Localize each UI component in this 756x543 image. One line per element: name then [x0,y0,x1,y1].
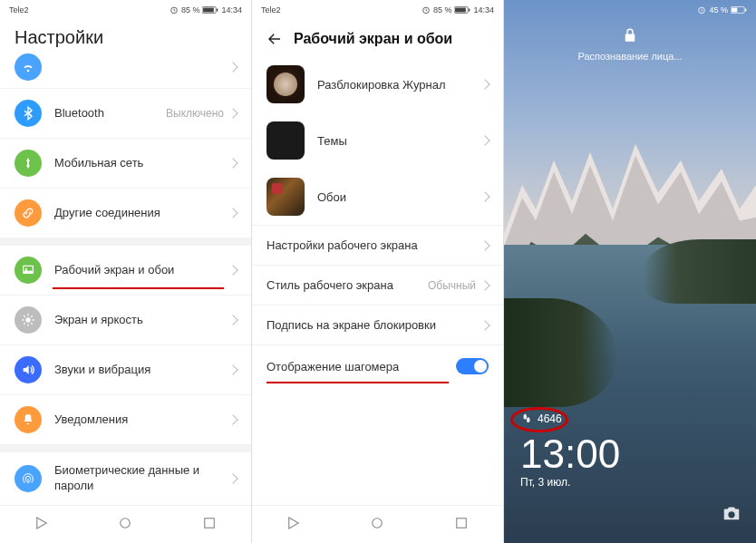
page-title: Рабочий экран и обои [294,31,452,47]
lock-status: Распознавание лица... [504,27,756,62]
row-label: Экран и яркость [54,313,229,328]
battery-icon [731,5,747,15]
sound-icon [15,356,42,383]
svg-rect-2 [204,8,215,13]
status-right: 85 % 14:34 [422,5,494,15]
row-label: Рабочий экран и обои [54,263,229,278]
nav-recents[interactable] [201,515,218,535]
header: Рабочий экран и обои [252,20,503,56]
nav-home[interactable] [117,515,133,535]
nav-back[interactable] [286,515,302,535]
status-bar: 45 % [504,0,756,20]
settings-row-bluetooth[interactable]: Bluetooth Выключено [0,89,251,139]
fingerprint-icon [15,465,42,492]
row-label: Темы [317,134,481,148]
row-label: Звуки и вибрация [54,363,229,378]
svg-rect-16 [456,8,467,13]
highlight-underline [267,382,449,383]
row-label: Настройки рабочего экрана [267,238,481,252]
homescreen-settings-panel: Tele2 85 % 14:34 Рабочий экран и обои Ра… [252,0,504,543]
nav-recents[interactable] [453,515,470,535]
row-themes[interactable]: Темы [252,112,503,169]
thumbnail-wallpaper [267,178,305,216]
connections-icon [15,199,42,227]
row-lockscreen-signature[interactable]: Подпись на экране блокировки [252,305,503,345]
svg-rect-19 [457,518,467,528]
chevron-right-icon [228,62,237,72]
chevron-right-icon [228,265,237,275]
settings-panel: Tele2 85 % 14:34 Настройки Bluetooth Вык… [0,0,252,543]
row-label: Bluetooth [54,106,166,121]
options-list: Разблокировка Журнал Темы Обои Настройки… [252,56,503,505]
face-recognition-label: Распознавание лица... [504,51,756,62]
row-home-settings[interactable]: Настройки рабочего экрана [252,226,503,266]
chevron-right-icon [228,108,237,118]
svg-rect-3 [217,9,218,12]
row-label: Обои [317,190,481,204]
chevron-right-icon [228,208,237,218]
row-home-style[interactable]: Стиль рабочего экрана Обычный [252,266,503,305]
bluetooth-icon [15,100,42,127]
svg-rect-23 [745,9,746,12]
settings-row-homescreen[interactable]: Рабочий экран и обои [0,238,251,296]
svg-rect-17 [469,9,470,12]
chevron-right-icon [228,315,237,325]
highlight-underline [53,287,224,289]
row-label: Биометрические данные и пароли [54,463,229,494]
chevron-right-icon [480,320,489,330]
battery-label: 85 % [433,5,452,15]
chevron-right-icon [480,191,489,201]
settings-row-display[interactable]: Экран и яркость [0,296,251,345]
battery-icon [454,5,470,15]
svg-point-18 [373,518,383,528]
time-label: 14:34 [473,5,494,15]
row-label: Другие соединения [54,206,229,221]
step-counter-toggle[interactable] [456,358,489,374]
nav-bar [0,505,251,543]
display-icon [15,306,42,334]
svg-rect-13 [205,518,215,528]
settings-row-notifications[interactable]: Уведомления [0,395,251,445]
mobile-network-icon [15,150,42,177]
settings-row-connections[interactable]: Другие соединения [0,189,251,238]
chevron-right-icon [480,280,489,290]
chevron-right-icon [228,364,237,374]
alarm-icon [170,5,179,15]
row-value: Обычный [428,279,476,292]
settings-row-mobile[interactable]: Мобильная сеть [0,139,251,189]
chevron-right-icon [480,240,489,250]
settings-row-truncated[interactable] [0,53,251,89]
settings-row-biometrics[interactable]: Биометрические данные и пароли [0,445,251,505]
chevron-right-icon [228,158,237,168]
row-label: Разблокировка Журнал [317,78,481,92]
lock-icon [622,27,638,44]
back-button[interactable] [265,29,285,49]
footstep-icon [520,412,533,425]
lockscreen-panel: 45 % Распознавание лица... 4646 13:00 Пт… [504,0,756,543]
step-counter-badge: 4646 [520,412,562,425]
camera-icon [722,503,741,523]
settings-list: Bluetooth Выключено Мобильная сеть Други… [0,53,251,505]
row-label: Подпись на экране блокировки [267,318,481,332]
row-label: Мобильная сеть [54,156,229,171]
row-unlock-magazine[interactable]: Разблокировка Журнал [252,56,503,112]
alarm-icon [697,5,706,15]
alarm-icon [422,5,431,15]
row-wallpapers[interactable]: Обои [252,169,503,226]
chevron-right-icon [480,79,489,89]
battery-icon [202,5,218,15]
svg-point-4 [27,70,30,73]
thumbnail-coffee [267,65,305,103]
row-step-counter[interactable]: Отображение шагомера [252,345,503,387]
wifi-icon [15,53,42,81]
svg-point-7 [25,317,30,322]
row-label: Уведомления [54,412,229,428]
svg-point-24 [524,414,528,420]
camera-shortcut[interactable] [722,503,741,527]
chevron-right-icon [228,414,237,424]
nav-home[interactable] [369,515,385,535]
lockscreen-clock: 13:00 Пт, 3 июл. [520,434,620,489]
nav-back[interactable] [34,515,50,535]
settings-row-sounds[interactable]: Звуки и вибрация [0,345,251,395]
chevron-right-icon [228,473,237,483]
